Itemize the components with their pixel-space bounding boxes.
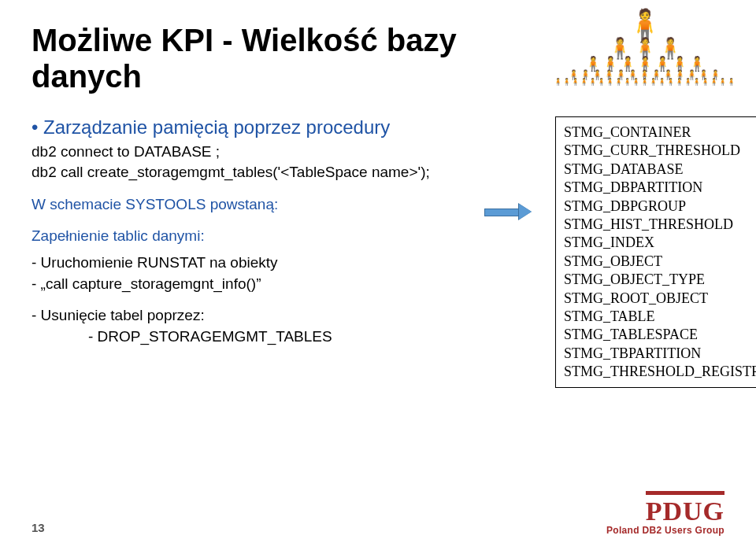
stmg-line: STMG_OBJECT_TYPE xyxy=(564,271,756,289)
person-icon: 🧍🧍🧍🧍🧍🧍🧍🧍🧍🧍🧍🧍🧍🧍🧍🧍🧍🧍🧍🧍🧍 xyxy=(554,79,736,85)
code-line-2: db2 call create_storagemgmt_tables('<Tab… xyxy=(32,162,461,183)
fill-heading: Zapełnienie tablic danymi: xyxy=(32,227,461,245)
stmg-line: STMG_TBPARTITION xyxy=(564,345,756,363)
stmg-line: STMG_THRESHOLD_REGISTRY xyxy=(564,363,756,381)
title-line-1: Możliwe KPI - Wielkość bazy xyxy=(32,23,457,57)
left-column: • Zarządzanie pamięcią poprzez procedury… xyxy=(32,116,461,359)
logo-tagline: Poland DB2 Users Group xyxy=(606,525,724,536)
page-number: 13 xyxy=(32,521,45,534)
delete-block: - Usunięcie tabel poprzez: - DROP_STORAG… xyxy=(32,305,461,347)
stmg-line: STMG_CONTAINER xyxy=(564,124,756,142)
delete-item: - DROP_STORAGEMGMT_TABLES xyxy=(32,327,461,348)
stmg-line: STMG_ROOT_OBJECT xyxy=(564,290,756,308)
stmg-table-box: STMG_CONTAINER STMG_CURR_THRESHOLD STMG_… xyxy=(555,116,756,388)
content-row: • Zarządzanie pamięcią poprzez procedury… xyxy=(32,116,724,388)
fill-list: - Uruchomienie RUNSTAT na obiekty - „cal… xyxy=(32,253,461,294)
code-block: db2 connect to DATABASE ; db2 call creat… xyxy=(32,142,461,182)
arrow-cell xyxy=(484,116,532,219)
fill-item-2: - „call capture_storagemgnt_info()” xyxy=(32,274,461,295)
stmg-line: STMG_TABLE xyxy=(564,308,756,326)
bullet-heading: • Zarządzanie pamięcią poprzez procedury xyxy=(32,116,461,138)
delete-heading: - Usunięcie tabel poprzez: xyxy=(32,305,461,327)
stmg-line: STMG_CURR_THRESHOLD xyxy=(564,142,756,160)
person-icon: 🧍 xyxy=(554,11,736,39)
person-icon: 🧍🧍🧍 xyxy=(554,39,736,57)
stmg-line: STMG_DBPARTITION xyxy=(564,179,756,197)
slide: 🧍 🧍🧍🧍 🧍🧍🧍🧍🧍🧍🧍 🧍🧍🧍🧍🧍🧍🧍🧍🧍🧍🧍🧍🧍 🧍🧍🧍🧍🧍🧍🧍🧍🧍🧍🧍🧍… xyxy=(0,0,756,550)
footer-logo: PDUG Poland DB2 Users Group xyxy=(606,491,724,536)
stmg-line: STMG_INDEX xyxy=(564,234,756,252)
stmg-line: STMG_OBJECT xyxy=(564,253,756,271)
arrow-right-icon xyxy=(484,205,532,219)
logo-brand: PDUG xyxy=(646,491,724,526)
logo-text: PDUG xyxy=(646,496,724,526)
code-line-1: db2 connect to DATABASE ; xyxy=(32,142,461,162)
stmg-line: STMG_DBPGROUP xyxy=(564,197,756,216)
schema-line: W schemacie SYSTOOLS powstaną: xyxy=(32,196,461,213)
title-line-2: danych xyxy=(32,59,142,94)
stmg-line: STMG_HIST_THRESHOLD xyxy=(564,216,756,234)
people-graphic: 🧍 🧍🧍🧍 🧍🧍🧍🧍🧍🧍🧍 🧍🧍🧍🧍🧍🧍🧍🧍🧍🧍🧍🧍🧍 🧍🧍🧍🧍🧍🧍🧍🧍🧍🧍🧍🧍… xyxy=(554,11,736,85)
stmg-line: STMG_DATABASE xyxy=(564,161,756,179)
fill-item-1: - Uruchomienie RUNSTAT na obiekty xyxy=(32,253,461,274)
stmg-line: STMG_TABLESPACE xyxy=(564,326,756,344)
